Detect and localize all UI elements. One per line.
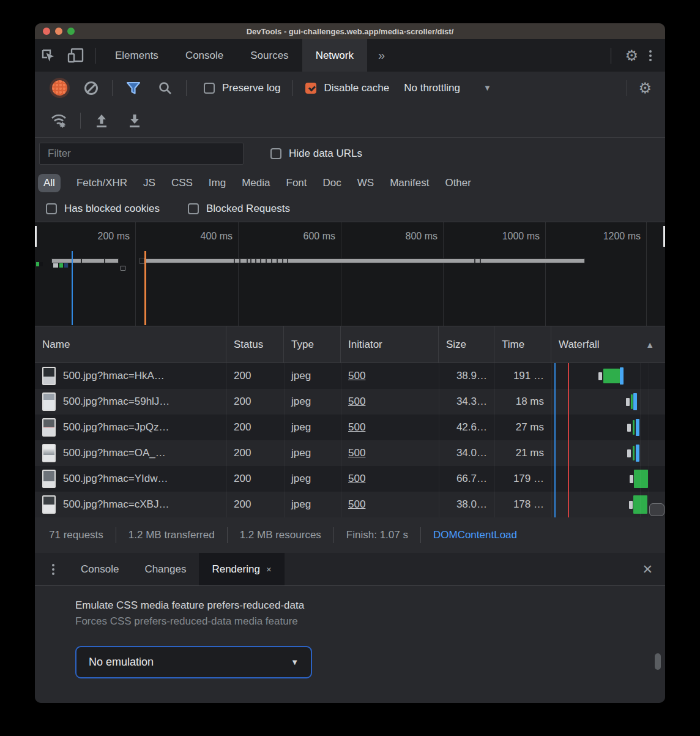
waterfall-tick-bar [627,449,631,457]
column-header-waterfall[interactable]: Waterfall▲ [551,326,665,362]
table-scrollbar-thumb[interactable] [649,503,665,516]
blocked-requests-checkbox[interactable] [188,203,199,214]
overview-mini-square [59,263,63,268]
minimize-window-button[interactable] [55,28,62,35]
overview-load-line [144,251,146,325]
filter-funnel-icon[interactable] [121,81,146,96]
filter-chip-js[interactable]: JS [143,177,155,189]
column-header-name[interactable]: Name [35,326,226,362]
initiator-link[interactable]: 500 [348,473,365,485]
network-settings-gear-icon[interactable]: ⚙ [638,81,652,96]
divider [627,80,627,96]
drawer-tab-rendering[interactable]: Rendering× [199,553,284,585]
filter-chip-manifest[interactable]: Manifest [390,177,429,189]
search-icon[interactable] [153,81,177,96]
has-blocked-cookies-toggle[interactable]: Has blocked cookies [37,203,168,215]
column-header-type[interactable]: Type [284,326,341,362]
request-row[interactable]: 500.jpg?hmac=YIdw…200jpeg50066.7…179 … [35,466,665,492]
cell-type: jpeg [284,415,341,440]
filter-input[interactable] [39,143,244,165]
request-row[interactable]: 500.jpg?hmac=HkA…200jpeg50038.9…191 … [35,363,665,389]
initiator-link[interactable]: 500 [348,421,365,434]
filter-chip-all[interactable]: All [38,174,61,192]
settings-gear-icon[interactable]: ⚙ [625,48,638,63]
overview-bar-tick [250,259,251,263]
tab-sources[interactable]: Sources [237,39,302,72]
column-header-initiator[interactable]: Initiator [341,326,439,362]
filter-chip-doc[interactable]: Doc [323,177,341,189]
disable-cache-checkbox[interactable] [305,83,316,94]
overview-range-handle[interactable] [663,226,665,247]
column-header-size[interactable]: Size [439,326,494,362]
initiator-link[interactable]: 500 [348,498,365,511]
clear-network-log-icon[interactable] [79,81,103,95]
close-tab-icon[interactable]: × [266,564,272,574]
close-drawer-icon[interactable]: ✕ [642,562,653,577]
network-summary-bar: 71 requests1.2 MB transferred1.2 MB reso… [35,517,665,553]
hide-data-urls-label: Hide data URLs [289,148,362,160]
has-blocked-cookies-checkbox[interactable] [46,203,57,214]
customize-devtools-icon[interactable] [647,48,654,64]
preserve-log-toggle[interactable]: Preserve log [195,82,289,94]
request-row[interactable]: 500.jpg?hmac=OA_…200jpeg50034.0…21 ms [35,440,665,466]
overview-gridline [646,222,647,326]
filter-chip-fetchxhr[interactable]: Fetch/XHR [76,177,127,189]
filter-chip-ws[interactable]: WS [357,177,374,189]
filter-chip-media[interactable]: Media [242,177,270,189]
cell-initiator: 500 [341,415,439,440]
hide-data-urls-toggle[interactable]: Hide data URLs [262,148,371,160]
drawer-menu-icon[interactable] [50,561,57,577]
blocked-requests-toggle[interactable]: Blocked Requests [179,203,299,215]
cell-time: 27 ms [494,415,551,440]
cell-type: jpeg [284,492,341,517]
initiator-link[interactable]: 500 [348,396,365,408]
filter-chip-other[interactable]: Other [445,177,471,189]
overview-mini-square [121,266,125,271]
select-caret-icon: ▼ [291,658,299,667]
import-har-icon[interactable] [89,113,114,129]
record-network-log-button[interactable] [47,80,72,96]
cell-status: 200 [226,492,284,517]
column-header-status[interactable]: Status [226,326,284,362]
cell-status: 200 [226,440,284,466]
initiator-link[interactable]: 500 [348,447,365,459]
column-header-time[interactable]: Time [494,326,551,362]
network-overview-timeline[interactable]: 200 ms400 ms600 ms800 ms1000 ms1200 ms [35,222,665,326]
divider [112,80,113,96]
device-toolbar-icon[interactable] [62,39,89,72]
overview-bar-tick [255,259,256,263]
request-row[interactable]: 500.jpg?hmac=JpQz…200jpeg50042.6…27 ms [35,415,665,440]
maximize-window-button[interactable] [67,28,75,35]
rendering-scrollbar-thumb[interactable] [655,653,661,670]
initiator-link[interactable]: 500 [348,370,365,382]
hide-data-urls-checkbox[interactable] [270,148,281,159]
column-gridline [439,363,439,517]
tab-network[interactable]: Network [302,39,367,72]
more-tabs-button[interactable]: » [367,39,396,72]
filter-chip-font[interactable]: Font [286,177,307,189]
network-conditions-icon[interactable] [47,112,72,129]
waterfall-tick-bar [627,424,631,432]
blocked-requests-label: Blocked Requests [206,203,290,215]
request-row[interactable]: 500.jpg?hmac=59hlJ…200jpeg50034.3…18 ms [35,389,665,415]
filter-chip-img[interactable]: Img [209,177,226,189]
prefers-reduced-data-select[interactable]: No emulation ▼ [75,646,312,678]
filter-chip-css[interactable]: CSS [171,177,193,189]
divider [186,80,187,96]
close-window-button[interactable] [43,28,50,35]
overview-range-handle[interactable] [35,226,37,247]
tab-console[interactable]: Console [172,39,237,72]
inspect-element-icon[interactable] [35,39,62,72]
export-har-icon[interactable] [122,113,147,129]
request-row[interactable]: 500.jpg?hmac=cXBJ…200jpeg50038.0…178 … [35,492,665,517]
drawer-tab-changes[interactable]: Changes [132,553,199,585]
preserve-log-checkbox[interactable] [204,83,215,94]
overview-tick-label: 400 ms [201,231,238,242]
throttling-dropdown[interactable]: No throttling ▼ [398,82,500,94]
overview-bar-cap [140,258,144,264]
disable-cache-toggle[interactable]: Disable cache [297,82,398,94]
column-gridline [640,363,641,517]
overview-tick-label: 200 ms [98,231,135,242]
drawer-tab-console[interactable]: Console [68,553,132,585]
tab-elements[interactable]: Elements [102,39,172,72]
